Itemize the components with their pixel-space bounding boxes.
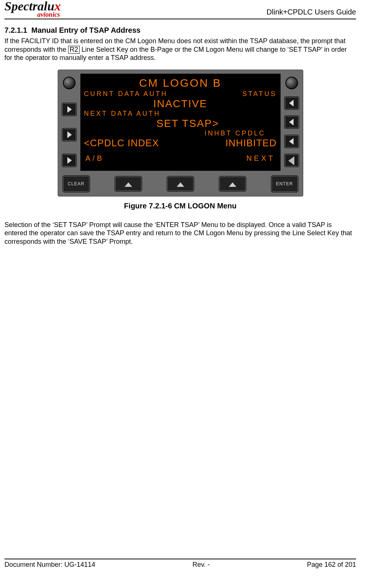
logo-text-x: x [54, 0, 61, 13]
label-inhbt-cpdlc: INHBT CPDLC [84, 130, 277, 137]
paragraph-2: Selection of the ‘SET TSAP’ Prompt will … [4, 221, 356, 246]
section-title: Manual Entry of TSAP Address [31, 26, 140, 34]
lsk-r1[interactable] [284, 96, 299, 110]
value-inhibited: INHIBITED [225, 137, 277, 149]
lsk-back[interactable] [284, 154, 299, 167]
clear-button[interactable]: CLEAR [63, 175, 90, 192]
label-next-data-auth: NEXT DATA AUTH [84, 110, 161, 118]
knob-right[interactable] [285, 77, 298, 89]
lsk-r3[interactable] [284, 135, 299, 148]
device-bezel: CM LOGON B CURNT DATA AUTH STATUS INACTI… [58, 70, 303, 196]
section-heading: 7.2.1.1 Manual Entry of TSAP Address [4, 26, 356, 35]
footer-page-number: Page 162 of 201 [307, 561, 356, 569]
footer-doc-number: Document Number: UG-14114 [4, 561, 95, 569]
lsk-l1[interactable] [62, 103, 77, 116]
logo-text-a: Spectralu [4, 0, 54, 13]
prompt-cpdlc-index: <CPDLC INDEX [84, 137, 159, 149]
page-header: Spectralux avionics Dlink+CPDLC Users Gu… [4, 0, 356, 19]
right-key-column [284, 74, 300, 171]
up-arrow-button-2[interactable] [167, 176, 194, 192]
footer-revision: Rev. - [192, 561, 210, 569]
document-title: Dlink+CPDLC Users Guide [266, 8, 356, 18]
up-arrow-button-1[interactable] [115, 176, 142, 192]
screen-title: CM LOGON B [84, 77, 277, 89]
value-inactive: INACTIVE [84, 98, 277, 110]
prompt-set-tsap: SET TSAP> [84, 118, 277, 130]
lsk-l2[interactable] [62, 128, 77, 141]
lsk-r2[interactable] [284, 115, 299, 129]
section-number: 7.2.1.1 [4, 26, 27, 34]
figure-cm-logon: CM LOGON B CURNT DATA AUTH STATUS INACTI… [4, 70, 356, 210]
prompt-next: NEXT [246, 154, 275, 163]
key-ref-r2: R2 [68, 46, 80, 54]
prompt-a-b: A/B [86, 154, 104, 163]
paragraph-1: If the FACILITY ID that is entered on th… [4, 37, 356, 62]
page-footer: Document Number: UG-14114 Rev. - Page 16… [4, 559, 356, 569]
mcdu-screen: CM LOGON B CURNT DATA AUTH STATUS INACTI… [80, 74, 281, 171]
up-arrow-button-3[interactable] [219, 176, 246, 192]
left-key-column [61, 74, 77, 171]
enter-button[interactable]: ENTER [271, 175, 298, 192]
knob-left[interactable] [63, 77, 76, 89]
brand-logo: Spectralux avionics [4, 0, 61, 18]
label-curnt-data-auth: CURNT DATA AUTH [84, 90, 168, 98]
lsk-l3[interactable] [62, 154, 77, 167]
figure-caption: Figure 7.2.1-6 CM LOGON Menu [4, 202, 356, 210]
label-status: STATUS [242, 90, 276, 98]
